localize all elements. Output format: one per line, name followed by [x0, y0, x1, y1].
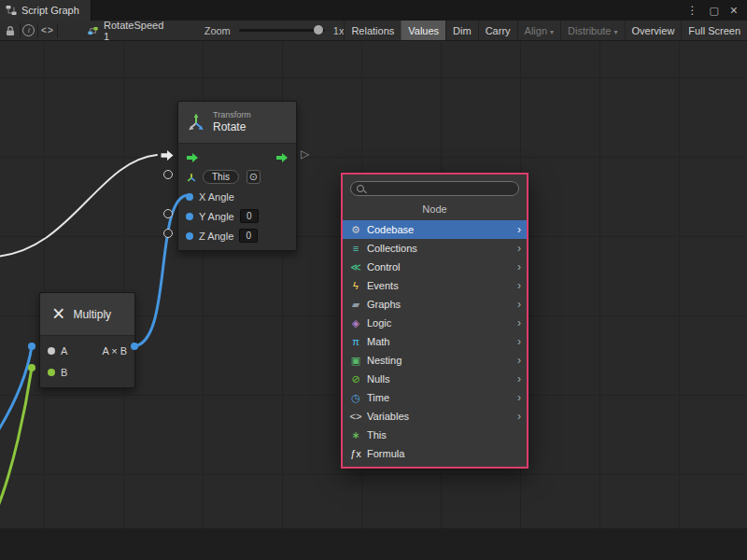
finder-item-label: Events — [367, 280, 399, 291]
node-header[interactable]: Transform Rotate — [178, 102, 296, 144]
toolbar-button-values[interactable]: Values — [401, 21, 445, 41]
wire-left-to-multiply-b — [0, 368, 32, 515]
z-angle-value-field[interactable]: 0 — [239, 229, 258, 243]
variables-icon: <> — [348, 412, 363, 422]
multiply-node[interactable]: × Multiply A A × B B — [39, 292, 135, 388]
transform-rotate-node[interactable]: Transform Rotate — [177, 101, 297, 251]
flow-input-connected-arrow-icon[interactable] — [160, 149, 175, 161]
this-type-icon — [186, 172, 197, 183]
finder-item-label: Nesting — [367, 355, 402, 366]
nesting-icon: ▣ — [348, 356, 363, 366]
chevron-right-icon: › — [517, 280, 521, 291]
y-angle-port-circle[interactable] — [163, 209, 173, 218]
b-port[interactable] — [48, 369, 55, 376]
logic-icon: ◈ — [348, 318, 363, 329]
y-angle-port[interactable] — [186, 213, 193, 220]
finder-item-logic[interactable]: ◈Logic› — [343, 314, 527, 332]
b-label: B — [61, 367, 67, 378]
maximize-icon[interactable]: ▢ — [709, 6, 718, 16]
finder-item-time[interactable]: ◷Time› — [343, 388, 527, 407]
x-angle-row: X Angle — [178, 187, 296, 206]
finder-item-this[interactable]: ∗This — [343, 426, 527, 444]
finder-item-math[interactable]: πMath› — [343, 332, 527, 351]
graph-breadcrumb[interactable]: RotateSpeed 1 — [88, 21, 164, 41]
finder-item-label: Math — [367, 336, 389, 347]
fuzzy-finder-popup: Node ⚙Codebase›≡Collections›≪Control›ϟEv… — [341, 173, 529, 469]
search-box[interactable] — [350, 181, 519, 196]
a-port[interactable] — [48, 347, 55, 355]
node-body: This ⊙ X Angle Y Angle 0 Z Angle 0 — [178, 144, 296, 250]
zoom-slider[interactable] — [239, 29, 325, 32]
flow-input-arrow-icon[interactable] — [186, 152, 199, 163]
chevron-right-icon: › — [517, 373, 521, 385]
y-angle-row: Y Angle 0 — [178, 206, 296, 226]
close-icon[interactable]: × — [730, 4, 738, 17]
chevron-right-icon: › — [517, 392, 521, 403]
zoom-value: 1x — [333, 25, 345, 36]
flow-continuation-icon[interactable]: ▷ — [301, 147, 309, 161]
toolbar-button-carry[interactable]: Carry — [478, 21, 517, 41]
finder-item-nesting[interactable]: ▣Nesting› — [343, 351, 527, 370]
toolbar-separator — [57, 23, 58, 38]
x-angle-label: X Angle — [199, 191, 234, 203]
tab-script-graph[interactable]: Script Graph — [0, 0, 92, 21]
tab-title: Script Graph — [21, 5, 79, 16]
search-row — [343, 175, 527, 199]
flow-output-arrow-icon[interactable] — [275, 152, 289, 163]
control-icon: ≪ — [348, 262, 363, 273]
toolbar-separator — [37, 23, 38, 38]
chevron-right-icon: › — [517, 355, 521, 366]
finder-item-formula[interactable]: ƒxFormula — [343, 444, 527, 463]
toolbar-button-relations[interactable]: Relations — [344, 21, 401, 41]
z-angle-label: Z Angle — [199, 231, 233, 242]
finder-item-variables[interactable]: <>Variables› — [343, 407, 527, 426]
finder-item-codebase[interactable]: ⚙Codebase› — [343, 220, 527, 239]
kebab-menu-icon[interactable]: ⋮ — [686, 5, 698, 16]
finder-item-graphs[interactable]: ▰Graphs› — [343, 295, 527, 314]
this-port-circle[interactable] — [163, 170, 173, 179]
chevron-right-icon: › — [517, 224, 521, 235]
y-angle-value-field[interactable]: 0 — [240, 209, 259, 223]
collections-icon: ≡ — [348, 244, 363, 254]
zoom-label: Zoom — [204, 25, 231, 36]
chevron-right-icon: › — [517, 411, 521, 422]
node-search-input[interactable] — [369, 183, 513, 195]
dropdown-arrow-icon: ▾ — [550, 28, 554, 36]
this-port-dropdown[interactable]: This — [203, 170, 239, 184]
z-angle-port[interactable] — [186, 232, 193, 240]
toolbar-button-full-screen[interactable]: Full Screen — [681, 21, 747, 41]
toolbar-button-overview[interactable]: Overview — [625, 21, 682, 41]
toolbar-separator — [20, 23, 21, 38]
node-body: A A × B B — [40, 336, 134, 387]
toolbar-button-distribute: Distribute▾ — [560, 21, 624, 41]
toolbar-button-dim[interactable]: Dim — [445, 21, 478, 41]
chevron-right-icon: › — [517, 336, 521, 347]
z-angle-port-circle[interactable] — [163, 229, 173, 238]
finder-item-events[interactable]: ϟEvents› — [343, 276, 527, 295]
wire-endpoint-green — [28, 364, 35, 371]
x-angle-port[interactable] — [186, 193, 193, 201]
info-icon[interactable]: i — [22, 21, 35, 41]
codebase-icon: ⚙ — [348, 225, 363, 235]
finder-item-control[interactable]: ≪Control› — [343, 258, 527, 276]
chevron-right-icon: › — [517, 299, 521, 310]
lock-icon[interactable] — [5, 21, 17, 41]
finder-item-label: Nulls — [367, 373, 389, 385]
window-buttons: ⋮ ▢ × — [686, 4, 747, 17]
target-picker-button[interactable]: ⊙ — [247, 170, 261, 184]
chevron-right-icon: › — [517, 317, 521, 329]
finder-item-collections[interactable]: ≡Collections› — [343, 239, 527, 258]
zoom-knob[interactable] — [314, 25, 323, 35]
fuzzy-finder-list: ⚙Codebase›≡Collections›≪Control›ϟEvents›… — [343, 220, 527, 467]
node-header[interactable]: × Multiply — [40, 293, 134, 336]
code-icon[interactable]: <> — [41, 21, 54, 41]
toolbar-button-align: Align▾ — [517, 21, 560, 41]
graph-canvas[interactable]: ▷ Transform Rotate — [0, 41, 747, 560]
z-angle-row: Z Angle 0 — [178, 226, 296, 245]
finder-item-label: Codebase — [367, 224, 414, 235]
finder-item-label: Formula — [367, 448, 404, 459]
events-icon: ϟ — [348, 281, 363, 291]
finder-item-label: Variables — [367, 411, 409, 422]
finder-item-nulls[interactable]: ⊘Nulls› — [343, 370, 527, 388]
this-row: This ⊙ — [178, 167, 296, 187]
